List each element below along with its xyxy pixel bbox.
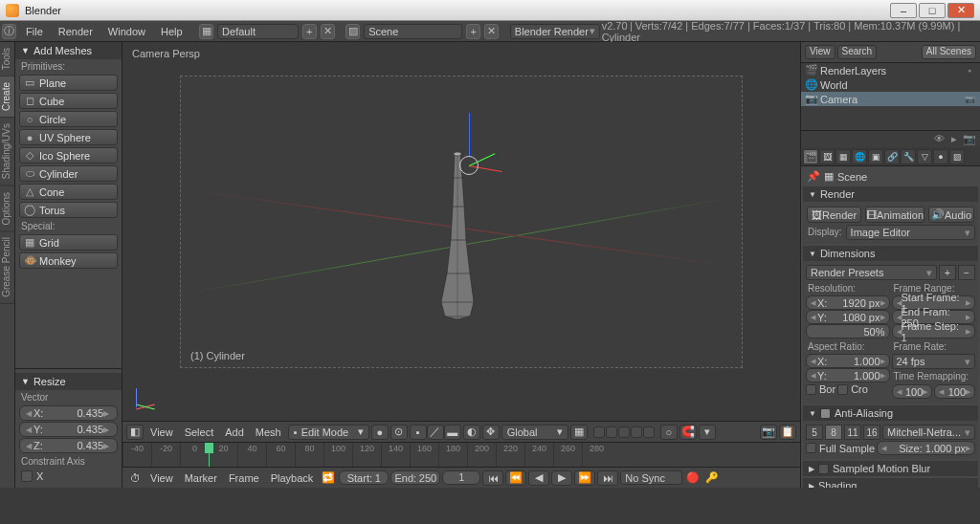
tab-material[interactable]: ● bbox=[933, 149, 948, 164]
panel-smb-header[interactable]: ▶Sampled Motion Blur bbox=[803, 461, 978, 476]
outliner[interactable]: 🎬RenderLayers▪ 🌐World 📷Camera📷 bbox=[801, 63, 980, 130]
outliner-row-renderlayers[interactable]: 🎬RenderLayers▪ bbox=[801, 63, 980, 77]
tab-constraints[interactable]: 🔗 bbox=[884, 149, 900, 164]
render-engine-dropdown[interactable]: Blender Render▾ bbox=[510, 24, 600, 39]
current-frame-input[interactable]: 1 bbox=[442, 470, 480, 485]
tl-menu-playback[interactable]: Playback bbox=[266, 472, 319, 484]
screen-layout-dropdown[interactable]: Default bbox=[217, 24, 299, 39]
tab-shading-uvs[interactable]: Shading/UVs bbox=[0, 118, 14, 186]
render-toggle-icon[interactable]: 📷 bbox=[963, 133, 976, 146]
add-preset-button[interactable]: + bbox=[939, 265, 956, 280]
playhead[interactable] bbox=[209, 443, 210, 467]
start-frame-input[interactable]: Start: 1 bbox=[339, 470, 389, 485]
render-slot-button[interactable]: 📷 bbox=[760, 425, 777, 440]
add-cylinder-button[interactable]: ⬭Cylinder bbox=[19, 165, 118, 182]
play-reverse-button[interactable]: ◀ bbox=[528, 470, 549, 486]
tab-tools[interactable]: Tools bbox=[0, 42, 14, 76]
selectable-toggle-icon[interactable]: ▸ bbox=[947, 133, 961, 146]
keying-set-button[interactable]: 🔑 bbox=[703, 470, 721, 486]
jump-end-button[interactable]: ⏭ bbox=[597, 470, 618, 486]
tab-data[interactable]: ▽ bbox=[917, 149, 932, 164]
vp-menu-view[interactable]: View bbox=[145, 426, 178, 438]
res-y-input[interactable]: ◀Y:1080 px▶ bbox=[806, 310, 890, 324]
snap-button[interactable]: 🧲 bbox=[679, 425, 697, 440]
vp-menu-mesh[interactable]: Mesh bbox=[251, 426, 286, 438]
visible-toggle-icon[interactable]: 👁 bbox=[932, 133, 946, 146]
add-torus-button[interactable]: ◯Torus bbox=[19, 202, 118, 218]
maximize-button[interactable]: □ bbox=[919, 3, 946, 18]
aa-8-button[interactable]: 8 bbox=[825, 425, 842, 440]
add-scene-button[interactable]: + bbox=[466, 24, 480, 39]
layers-button[interactable]: ▦ bbox=[570, 425, 588, 440]
add-grid-button[interactable]: ▦Grid bbox=[19, 234, 118, 251]
face-select-button[interactable]: ▬ bbox=[444, 425, 461, 440]
layer-3[interactable] bbox=[618, 426, 630, 438]
end-frame-input[interactable]: End: 250 bbox=[390, 470, 440, 485]
panel-shading-header[interactable]: ▶Shading bbox=[803, 478, 978, 488]
editor-type-3dview-icon[interactable]: ◧ bbox=[126, 425, 144, 440]
menu-file[interactable]: File bbox=[18, 26, 51, 37]
tab-grease-pencil[interactable]: Grease Pencil bbox=[0, 231, 14, 304]
transform-manipulator[interactable] bbox=[450, 146, 488, 185]
layer-5[interactable] bbox=[643, 426, 655, 438]
menu-render[interactable]: Render bbox=[51, 26, 100, 37]
add-circle-button[interactable]: ○Circle bbox=[19, 111, 118, 127]
add-plane-button[interactable]: ▭Plane bbox=[19, 75, 118, 91]
keyframe-next-button[interactable]: ⏩ bbox=[574, 470, 595, 486]
timeline-ruler[interactable]: -40-200204060801001201401601802002202402… bbox=[122, 442, 800, 467]
tab-scene[interactable]: ▦ bbox=[835, 149, 851, 164]
mode-dropdown[interactable]: ▪Edit Mode▾ bbox=[288, 425, 369, 440]
full-sample-checkbox[interactable]: Full Sample bbox=[806, 441, 875, 455]
aspect-x-input[interactable]: ◀X:1.000▶ bbox=[806, 354, 890, 368]
aa-11-button[interactable]: 11 bbox=[844, 425, 861, 440]
pivot-point-button[interactable]: ⊙ bbox=[390, 425, 408, 440]
tab-create[interactable]: Create bbox=[0, 76, 14, 118]
remap-new-input[interactable]: ◀100▶ bbox=[934, 384, 975, 399]
tab-render[interactable]: 🎬 bbox=[803, 149, 818, 164]
add-monkey-button[interactable]: 🐵Monkey bbox=[19, 252, 118, 269]
edge-select-button[interactable]: ／ bbox=[427, 425, 444, 440]
outliner-search[interactable]: Search bbox=[837, 45, 878, 59]
display-dropdown[interactable]: Image Editor▾ bbox=[846, 225, 975, 240]
add-cone-button[interactable]: △Cone bbox=[19, 184, 118, 200]
aa-5-button[interactable]: 5 bbox=[806, 425, 823, 440]
layer-2[interactable] bbox=[606, 426, 617, 438]
remove-scene-button[interactable]: ✕ bbox=[484, 24, 499, 39]
tab-render-layers[interactable]: 🖼 bbox=[819, 149, 835, 164]
panel-dimensions-header[interactable]: ▼Dimensions bbox=[803, 246, 978, 261]
resize-x-input[interactable]: ◀X:0.435▶ bbox=[19, 405, 118, 421]
pin-icon[interactable]: 📌 bbox=[807, 170, 820, 183]
viewport-shading-button[interactable]: ● bbox=[371, 425, 389, 440]
add-uv-sphere-button[interactable]: ●UV Sphere bbox=[19, 129, 118, 145]
add-screen-button[interactable]: + bbox=[302, 24, 317, 39]
menu-window[interactable]: Window bbox=[100, 26, 153, 37]
play-button[interactable]: ▶ bbox=[551, 470, 572, 486]
outliner-view[interactable]: View bbox=[805, 45, 835, 59]
audio-button[interactable]: 🔊 Audio bbox=[928, 207, 974, 223]
tab-modifiers[interactable]: 🔧 bbox=[901, 149, 916, 164]
editor-type-timeline-icon[interactable]: ⏱ bbox=[126, 470, 144, 486]
aa-16-button[interactable]: 16 bbox=[863, 425, 880, 440]
range-toggle-icon[interactable]: 🔁 bbox=[320, 470, 337, 486]
auto-keyframe-button[interactable]: 🔴 bbox=[684, 470, 702, 486]
tab-texture[interactable]: ▨ bbox=[949, 149, 965, 164]
panel-aa-header[interactable]: ▼Anti-Aliasing bbox=[803, 405, 978, 421]
render-presets-dropdown[interactable]: Render Presets▾ bbox=[806, 265, 937, 280]
smb-enable-checkbox[interactable] bbox=[818, 464, 829, 474]
remap-old-input[interactable]: ◀100▶ bbox=[892, 384, 933, 399]
tl-menu-view[interactable]: View bbox=[145, 472, 178, 484]
scene-browse-icon[interactable]: ▨ bbox=[345, 24, 360, 39]
border-checkbox[interactable]: Bor bbox=[806, 383, 835, 395]
frame-step-input[interactable]: ◀Frame Step: 1▶ bbox=[892, 324, 976, 338]
resize-z-input[interactable]: ◀Z:0.435▶ bbox=[19, 438, 118, 453]
minimize-button[interactable]: – bbox=[890, 3, 917, 18]
tl-menu-marker[interactable]: Marker bbox=[180, 472, 222, 484]
close-button[interactable]: ✕ bbox=[947, 3, 974, 18]
tab-world[interactable]: 🌐 bbox=[852, 149, 867, 164]
panel-render-header[interactable]: ▼Render bbox=[803, 186, 978, 202]
crop-checkbox[interactable]: Cro bbox=[837, 383, 868, 395]
resize-header[interactable]: ▼Resize bbox=[15, 373, 122, 390]
tl-menu-frame[interactable]: Frame bbox=[224, 472, 264, 484]
outliner-row-camera[interactable]: 📷Camera📷 bbox=[801, 92, 980, 106]
snap-element-button[interactable]: ▾ bbox=[699, 425, 716, 440]
